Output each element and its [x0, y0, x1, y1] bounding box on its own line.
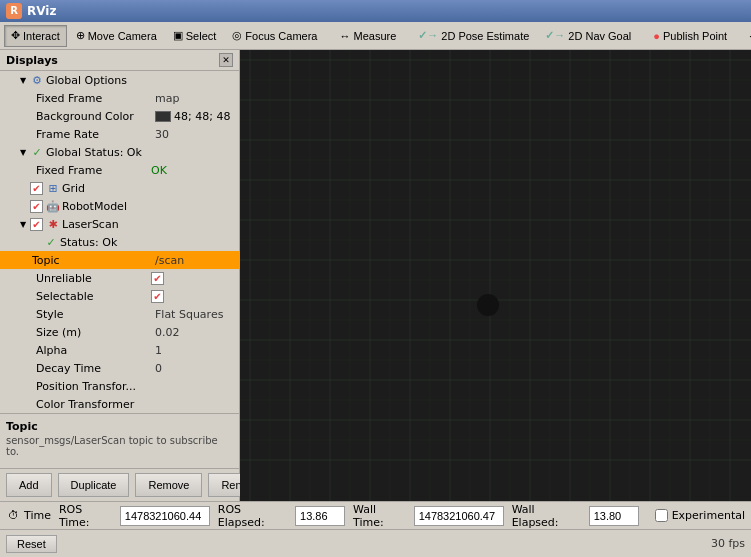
laser-status-icon: ✓ [44, 235, 58, 249]
background-color-swatch [155, 111, 171, 122]
position-transformer-label: Position Transfor... [32, 380, 147, 393]
remove-button[interactable]: Remove [135, 473, 202, 497]
alpha-value: 1 [151, 344, 235, 357]
robot-model-checkbox[interactable]: ✔ [30, 200, 43, 213]
2d-nav-button[interactable]: ✓→ 2D Nav Goal [538, 25, 638, 47]
frame-rate-row[interactable]: Frame Rate 30 [0, 125, 239, 143]
selectable-label: Selectable [32, 290, 147, 303]
wall-elapsed-field: Wall Elapsed: [512, 503, 639, 529]
plus-button[interactable]: + [742, 25, 751, 47]
selectable-checkbox[interactable]: ✔ [151, 290, 164, 303]
displays-close-button[interactable]: ✕ [219, 53, 233, 67]
topic-value: /scan [151, 254, 235, 267]
global-options-icon: ⚙ [30, 73, 44, 87]
alpha-row[interactable]: Alpha 1 [0, 341, 239, 359]
buttons-row: Add Duplicate Remove Rename [0, 468, 239, 501]
laser-scan-row[interactable]: ▼ ✔ ✱ LaserScan [0, 215, 239, 233]
fixed-frame-row[interactable]: Fixed Frame map [0, 89, 239, 107]
wall-time-label: Wall Time: [353, 503, 410, 529]
position-transformer-row[interactable]: Position Transfor... [0, 377, 239, 395]
laser-status-row[interactable]: ✓ Status: Ok [0, 233, 239, 251]
reset-button[interactable]: Reset [6, 535, 57, 553]
laser-scan-checkbox[interactable]: ✔ [30, 218, 43, 231]
info-desc: sensor_msgs/LaserScan topic to subscribe… [6, 435, 233, 457]
wall-time-input[interactable] [414, 506, 504, 526]
experimental-checkbox[interactable] [655, 509, 668, 522]
ros-elapsed-field: ROS Elapsed: [218, 503, 345, 529]
move-camera-icon: ⊕ [76, 29, 85, 42]
global-options-label: Global Options [46, 74, 235, 87]
displays-tree[interactable]: ▼ ⚙ Global Options Fixed Frame map Backg… [0, 71, 239, 413]
select-icon: ▣ [173, 29, 183, 42]
select-button[interactable]: ▣ Select [166, 25, 224, 47]
publish-point-button[interactable]: ● Publish Point [646, 25, 734, 47]
selectable-row[interactable]: Selectable ✔ [0, 287, 239, 305]
decay-time-row[interactable]: Decay Time 0 [0, 359, 239, 377]
status-bar: ⏱ Time ROS Time: ROS Elapsed: Wall Time:… [0, 501, 751, 529]
experimental-field: Experimental [655, 509, 745, 522]
focus-camera-icon: ◎ [232, 29, 242, 42]
time-label: Time [24, 509, 51, 522]
global-status-expand: ▼ [18, 147, 28, 157]
topic-row[interactable]: Topic /scan [0, 251, 239, 269]
fixed-frame-status-value: OK [147, 164, 235, 177]
wall-time-field: Wall Time: [353, 503, 504, 529]
alpha-label: Alpha [32, 344, 147, 357]
2d-pose-button[interactable]: ✓→ 2D Pose Estimate [411, 25, 536, 47]
interact-button[interactable]: ✥ Interact [4, 25, 67, 47]
topic-label: Topic [32, 254, 147, 267]
move-camera-button[interactable]: ⊕ Move Camera [69, 25, 164, 47]
2d-pose-icon: ✓→ [418, 29, 438, 42]
background-color-value: 48; 48; 48 [147, 110, 235, 123]
displays-title: Displays [6, 54, 58, 67]
wall-elapsed-input[interactable] [589, 506, 639, 526]
toolbar: ✥ Interact ⊕ Move Camera ▣ Select ◎ Focu… [0, 22, 751, 50]
style-value: Flat Squares [151, 308, 235, 321]
global-status-label: Global Status: Ok [46, 146, 235, 159]
duplicate-button[interactable]: Duplicate [58, 473, 130, 497]
expand-arrow: ▼ [18, 75, 28, 85]
measure-button[interactable]: ↔ Measure [332, 25, 403, 47]
ros-elapsed-input[interactable] [295, 506, 345, 526]
add-button[interactable]: Add [6, 473, 52, 497]
robot-model-label: RobotModel [62, 200, 235, 213]
grid-label: Grid [62, 182, 235, 195]
grid-checkbox[interactable]: ✔ [30, 182, 43, 195]
unreliable-checkbox[interactable]: ✔ [151, 272, 164, 285]
fixed-frame-status-row[interactable]: Fixed Frame OK [0, 161, 239, 179]
unreliable-value: ✔ [147, 272, 235, 285]
global-options-row[interactable]: ▼ ⚙ Global Options [0, 71, 239, 89]
size-value: 0.02 [151, 326, 235, 339]
time-icon: ⏱ [6, 509, 20, 523]
style-label: Style [32, 308, 147, 321]
unreliable-row[interactable]: Unreliable ✔ [0, 269, 239, 287]
selectable-value: ✔ [147, 290, 235, 303]
decay-time-value: 0 [151, 362, 235, 375]
time-indicator: ⏱ Time [6, 509, 51, 523]
robot-marker [477, 294, 499, 316]
info-panel: Topic sensor_msgs/LaserScan topic to sub… [0, 413, 239, 468]
color-transformer-row[interactable]: Color Transformer [0, 395, 239, 413]
style-row[interactable]: Style Flat Squares [0, 305, 239, 323]
laser-status-label: Status: Ok [60, 236, 235, 249]
viewport[interactable] [240, 50, 751, 501]
fps-label: 30 fps [711, 537, 745, 550]
focus-camera-button[interactable]: ◎ Focus Camera [225, 25, 324, 47]
measure-icon: ↔ [339, 30, 350, 42]
experimental-label: Experimental [672, 509, 745, 522]
displays-header: Displays ✕ [0, 50, 239, 71]
size-row[interactable]: Size (m) 0.02 [0, 323, 239, 341]
laser-status-expand [32, 237, 42, 247]
ros-time-input[interactable] [120, 506, 210, 526]
decay-time-label: Decay Time [32, 362, 147, 375]
background-color-row[interactable]: Background Color 48; 48; 48 [0, 107, 239, 125]
wall-elapsed-label: Wall Elapsed: [512, 503, 585, 529]
2d-nav-icon: ✓→ [545, 29, 565, 42]
laser-scan-expand: ▼ [18, 219, 28, 229]
laser-scan-label: LaserScan [62, 218, 235, 231]
robot-model-row[interactable]: ✔ 🤖 RobotModel [0, 197, 239, 215]
global-status-row[interactable]: ▼ ✓ Global Status: Ok [0, 143, 239, 161]
laser-scan-icon: ✱ [46, 217, 60, 231]
grid-row[interactable]: ✔ ⊞ Grid [0, 179, 239, 197]
ros-elapsed-label: ROS Elapsed: [218, 503, 291, 529]
